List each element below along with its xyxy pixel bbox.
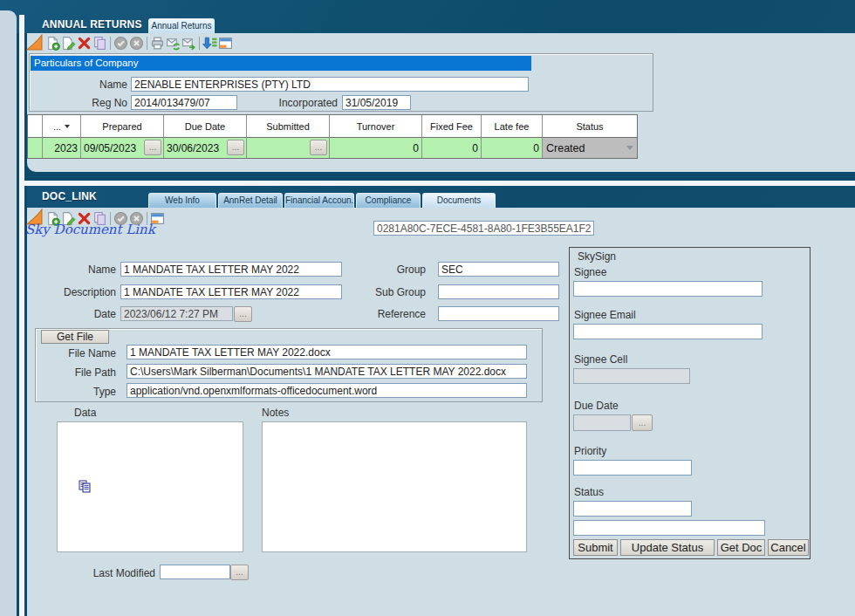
- grid-data-row: 2023 09/05/2023... 30/06/2023... ... 0 0…: [28, 138, 637, 158]
- copy-icon[interactable]: [92, 36, 107, 51]
- grid-header-fixed-fee[interactable]: Fixed Fee: [422, 115, 482, 138]
- cell-late-fee[interactable]: 0: [482, 138, 543, 158]
- annual-returns-title: ANNUAL RETURNS: [42, 18, 142, 31]
- doc-new-icon[interactable]: [45, 36, 60, 51]
- doc-date-picker-button[interactable]: ...: [234, 306, 252, 322]
- data-box[interactable]: [57, 421, 243, 552]
- get-file-button[interactable]: Get File: [41, 330, 109, 344]
- signee-input[interactable]: [573, 281, 763, 297]
- file-type-input[interactable]: [127, 383, 527, 398]
- doc-date-input[interactable]: [120, 306, 233, 321]
- cell-status-dropdown[interactable]: Created: [543, 138, 637, 158]
- last-modified-label: Last Modified: [77, 567, 155, 579]
- signee-cell-input[interactable]: [573, 368, 690, 384]
- grid-header-due-date[interactable]: Due Date: [164, 115, 247, 138]
- grid-header-status[interactable]: Status: [543, 115, 637, 138]
- company-name-input[interactable]: [131, 77, 529, 92]
- doc-name-input[interactable]: [120, 262, 342, 277]
- file-name-input[interactable]: [127, 345, 527, 359]
- submit-button[interactable]: Submit: [573, 539, 618, 556]
- reference-input[interactable]: [438, 306, 559, 321]
- grid-header-indicator: [28, 115, 43, 138]
- doc-edit-icon[interactable]: [61, 36, 76, 51]
- layout-icon[interactable]: [218, 36, 233, 51]
- print-icon[interactable]: [150, 36, 165, 51]
- skysign-groupbox: SkySign Signee Signee Email Signee Cell …: [569, 247, 811, 559]
- sort-desc-icon[interactable]: [202, 36, 217, 51]
- fold-corner-icon[interactable]: [26, 34, 43, 51]
- submitted-picker-button[interactable]: ...: [310, 140, 327, 155]
- sub-group-input[interactable]: [438, 284, 559, 299]
- grid-header-prepared[interactable]: Prepared: [81, 115, 164, 138]
- row-indicator: [28, 138, 43, 158]
- grid-header-submitted[interactable]: Submitted: [247, 115, 330, 138]
- annual-returns-header-band: ANNUAL RETURNS Annual Returns: [0, 0, 855, 33]
- data-label: Data: [74, 407, 96, 419]
- skysign-status-input[interactable]: [573, 501, 692, 517]
- collapsed-side-panel[interactable]: [0, 10, 17, 616]
- file-path-input[interactable]: [127, 364, 527, 379]
- doc-link-tabs: Web Info AnnRet Detail Financial Accoun.…: [148, 193, 496, 208]
- skysign-due-date-label: Due Date: [574, 400, 619, 412]
- tab-annret-detail[interactable]: AnnRet Detail: [218, 193, 283, 208]
- skysign-extra-input[interactable]: [573, 520, 765, 536]
- tab-annual-returns[interactable]: Annual Returns: [148, 18, 215, 33]
- tab-financial-accounts[interactable]: Financial Accoun...: [284, 193, 354, 208]
- mail-send-icon[interactable]: [181, 36, 196, 51]
- group-label: Group: [356, 264, 426, 276]
- prepared-picker-button[interactable]: ...: [144, 140, 161, 155]
- tab-documents[interactable]: Documents: [422, 193, 496, 208]
- signee-cell-label: Signee Cell: [574, 353, 627, 366]
- annual-returns-panel: Particulars of Company Name Reg No Incor…: [27, 33, 855, 172]
- approve-icon-disabled: [113, 36, 128, 51]
- particulars-of-company-header: Particulars of Company: [31, 56, 531, 71]
- grid-header-menu[interactable]: ...: [43, 115, 81, 138]
- doc-description-label: Description: [46, 286, 116, 298]
- signee-label: Signee: [574, 266, 606, 278]
- get-doc-button[interactable]: Get Doc: [717, 539, 765, 556]
- document-guid-input[interactable]: [373, 221, 594, 236]
- delete-icon[interactable]: [77, 36, 92, 51]
- mail-receive-icon[interactable]: [166, 36, 181, 51]
- particulars-of-company-groupbox: Particulars of Company Name Reg No Incor…: [29, 53, 653, 112]
- skysign-due-date-picker-button[interactable]: ...: [632, 414, 653, 431]
- tab-web-info[interactable]: Web Info: [148, 193, 216, 208]
- tab-compliance[interactable]: Compliance: [356, 193, 421, 208]
- priority-label: Priority: [574, 445, 606, 457]
- skysign-due-date-input[interactable]: [573, 414, 631, 431]
- cell-prepared[interactable]: 09/05/2023...: [81, 138, 164, 158]
- due-date-picker-button[interactable]: ...: [227, 140, 244, 155]
- get-file-groupbox: Get File File Name File Path Type: [35, 328, 543, 402]
- cell-turnover[interactable]: 0: [330, 138, 422, 158]
- cancel-button[interactable]: Cancel: [768, 539, 809, 556]
- cell-fixed-fee[interactable]: 0: [422, 138, 482, 158]
- doc-link-title: DOC_LINK: [42, 190, 97, 202]
- dropdown-caret-icon: [65, 125, 70, 128]
- incorporated-input[interactable]: [342, 95, 411, 110]
- reg-no-input[interactable]: [131, 95, 237, 110]
- vertical-splitter[interactable]: [19, 15, 24, 616]
- grid-header-turnover[interactable]: Turnover: [330, 115, 422, 138]
- signee-email-input[interactable]: [573, 324, 763, 339]
- cell-submitted[interactable]: ...: [247, 138, 330, 158]
- last-modified-picker-button[interactable]: ...: [230, 565, 249, 580]
- group-input[interactable]: [438, 262, 559, 277]
- doc-link-header-band: DOC_LINK Web Info AnnRet Detail Financia…: [27, 186, 855, 208]
- update-status-button[interactable]: Update Status: [620, 539, 715, 556]
- doc-description-input[interactable]: [120, 284, 342, 299]
- grid-header-late-fee[interactable]: Late fee: [482, 115, 543, 138]
- priority-input[interactable]: [573, 460, 692, 476]
- app-window: ANNUAL RETURNS Annual Returns Pa: [0, 0, 855, 616]
- notes-box[interactable]: [262, 421, 527, 552]
- cell-year[interactable]: 2023: [43, 138, 81, 158]
- cell-due-date[interactable]: 30/06/2023...: [164, 138, 247, 158]
- last-modified-input[interactable]: [160, 565, 230, 579]
- cell-status-value: Created: [546, 142, 585, 154]
- file-name-label: File Name: [41, 347, 116, 359]
- doc-name-label: Name: [46, 264, 116, 276]
- sub-group-label: Sub Group: [356, 286, 426, 298]
- chevron-down-icon: [626, 146, 633, 150]
- cell-prepared-value: 09/05/2023: [84, 142, 136, 154]
- grid-header-menu-label: ...: [53, 121, 61, 132]
- toolbar-separator: [147, 37, 147, 50]
